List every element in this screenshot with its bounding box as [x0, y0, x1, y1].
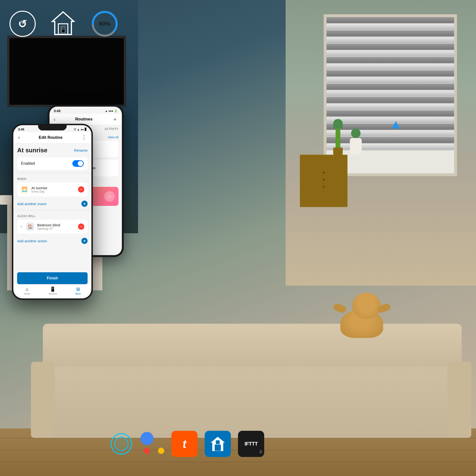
drag-handle-icon: ≡ [20, 225, 22, 228]
battery-icon: 🔋 [114, 109, 118, 113]
back-btn[interactable]: ‹ [54, 117, 55, 122]
activity-tab[interactable]: ACTIVITY [104, 127, 119, 132]
phone-front: 3:45 ⬡ ▲ ●● ▊ ‹ Edit Routine ⋮ At sunris… [12, 124, 93, 300]
wifi-status-icon: ▲ [77, 128, 80, 131]
status-icons: ⬡ ▲ ●● ▊ [74, 128, 87, 131]
blind-slat [326, 57, 454, 64]
more-options-button[interactable]: ⋮ [81, 135, 87, 141]
battery-status-icon: ▊ [85, 128, 87, 131]
add-routine-btn[interactable]: ＋ [112, 116, 118, 123]
progress-indicator: 60% [90, 10, 119, 38]
dresser-knobs [312, 167, 336, 205]
when-section-header: WHEN [17, 177, 87, 181]
routine-name: At sunrise [17, 147, 47, 154]
back-button[interactable]: ‹ [18, 135, 20, 141]
phone-notch [38, 124, 67, 130]
back-phone-time: 3:43 [54, 109, 60, 113]
svg-text:📱: 📱 [60, 27, 67, 33]
rename-button[interactable]: Rename [74, 148, 87, 152]
blind-slat [326, 70, 454, 77]
timer-icon: ↺ ⏱ [10, 11, 36, 37]
sofa-left-arm [31, 362, 55, 438]
google-home-logo [140, 432, 164, 456]
when-action-card[interactable]: 🌅 At sunrise Every Day − [17, 183, 87, 196]
phone-front-screen: 3:45 ⬡ ▲ ●● ▊ ‹ Edit Routine ⋮ At sunris… [13, 125, 91, 298]
bottom-navigation: ⌂ Home 📱 Devices ⊞ More [15, 284, 90, 297]
add-event-plus-button[interactable]: + [81, 201, 87, 207]
blind-slat [326, 84, 454, 90]
blind-slat [326, 24, 454, 31]
sunrise-icon: 🌅 [20, 186, 29, 193]
dog [340, 309, 383, 338]
home-automation-icon: 📱 [50, 11, 76, 37]
routine-title-area: At sunrise Rename [17, 143, 87, 155]
blind-slat [326, 64, 454, 70]
nav-more-icon: ⊞ [76, 286, 80, 292]
wifi-icon: ▲ [105, 109, 108, 112]
svg-rect-5 [215, 444, 221, 451]
add-action-row: Add another action + [17, 235, 87, 246]
nav-home[interactable]: ⌂ Home [24, 287, 30, 295]
progress-value: 60% [99, 20, 110, 27]
sofa-back [43, 324, 462, 367]
add-event-button[interactable]: Add another event [17, 202, 46, 206]
signal-status-icon: ●● [81, 128, 84, 131]
blind-slat [326, 44, 454, 51]
nav-home-label: Home [24, 292, 30, 295]
screen-content: At sunrise Rename Enabled WHEN 🌅 At sunr… [13, 143, 91, 290]
nav-bar: ‹ Edit Routine ⋮ [13, 132, 91, 143]
add-event-row: Add another event + [17, 198, 87, 209]
separator2 [13, 209, 91, 211]
add-action-button[interactable]: Add another action [17, 239, 47, 243]
plant [331, 119, 345, 155]
sofa-right-arm [447, 362, 471, 438]
add-action-plus-button[interactable]: + [81, 238, 87, 244]
alexa-action-subtitle: Opening: 67 [37, 227, 75, 230]
nav-devices-icon: 📱 [50, 286, 56, 292]
blind-slat [326, 110, 454, 117]
when-action-text: At sunrise Every Day [32, 186, 75, 193]
enabled-label: Enabled [21, 161, 35, 166]
location-icon: ⬡ [74, 128, 76, 131]
finish-button[interactable]: Finish [17, 272, 87, 284]
back-phone-title: Routines [75, 117, 93, 122]
vase [350, 129, 362, 155]
when-action-title: At sunrise [32, 186, 75, 190]
blind-slat [326, 77, 454, 84]
brand-logos-row: t ⌂ IFTTT [109, 431, 264, 457]
blind-slat [326, 51, 454, 57]
svg-rect-6 [216, 440, 220, 444]
top-overlay-icons: ↺ ⏱ 📱 60% [10, 10, 119, 38]
view-all-link[interactable]: View All [108, 136, 119, 139]
edit-routine-title: Edit Routine [39, 135, 63, 140]
signal-icon: ●●● [108, 109, 113, 112]
separator [13, 172, 91, 174]
nav-devices-label: Devices [49, 292, 57, 295]
blind-slat [326, 104, 454, 110]
alexa-action-title: Bedroom blind [37, 223, 75, 227]
alexa-action-card[interactable]: ≡ 🏠 Bedroom blind Opening: 67 − [17, 220, 87, 234]
alexa-remove-button[interactable]: − [78, 223, 84, 230]
smart-life-logo [205, 431, 231, 457]
front-phone-time: 3:45 [18, 128, 24, 131]
blind-slat [326, 97, 454, 104]
blind-control-arrow[interactable]: ▲ [390, 117, 402, 131]
blind-slat [326, 90, 454, 97]
when-remove-button[interactable]: − [78, 186, 84, 192]
alexa-logo [109, 432, 133, 456]
alexa-will-section-header: ALEXA WILL [17, 214, 87, 218]
nav-devices[interactable]: 📱 Devices [49, 286, 57, 295]
blind-slat [326, 137, 454, 144]
tv [7, 36, 126, 107]
nav-more[interactable]: ⊞ More [75, 286, 81, 295]
blind-icon: 🏠 [26, 222, 34, 231]
when-action-subtitle: Every Day [32, 190, 75, 193]
blind-slat [326, 31, 454, 37]
window-blinds [326, 17, 454, 173]
enabled-row: Enabled [17, 157, 87, 170]
alexa-action-text: Bedroom blind Opening: 67 [37, 223, 75, 230]
blind-slat [326, 144, 454, 151]
enabled-toggle[interactable] [72, 160, 84, 167]
tuya-logo: t ⌂ [171, 431, 198, 457]
nav-home-icon: ⌂ [26, 287, 29, 292]
